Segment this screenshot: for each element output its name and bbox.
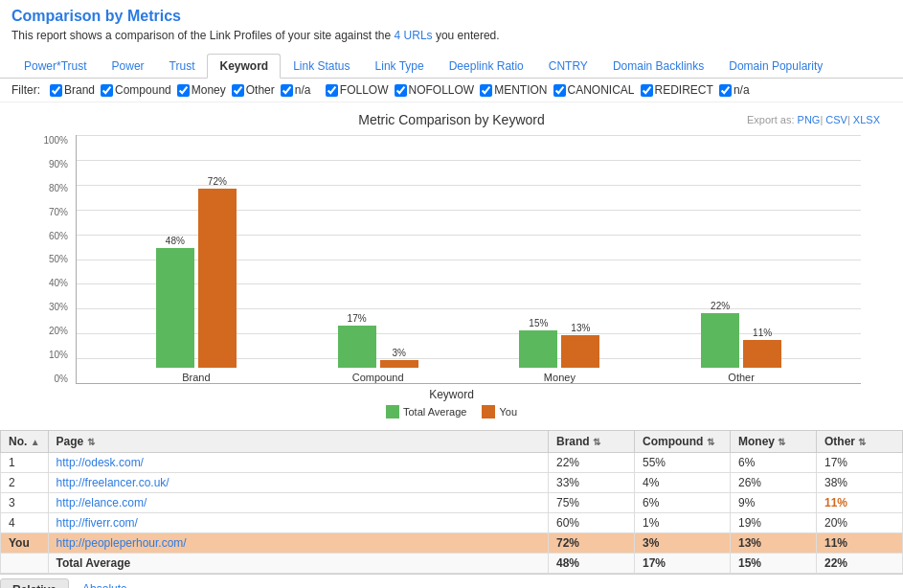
- tab-deeplink[interactable]: Deeplink Ratio: [437, 54, 536, 79]
- filter-na-keyword[interactable]: n/a: [281, 83, 311, 97]
- row3-link[interactable]: http://elance.com/: [56, 496, 147, 509]
- tab-domainbacklinks[interactable]: Domain Backlinks: [600, 54, 716, 79]
- page-title: Comparison by Metrics: [11, 8, 892, 25]
- legend-total-label: Total Average: [403, 406, 466, 418]
- chart-section: Metric Comparison by Keyword Export as: …: [0, 102, 903, 430]
- export-xlsx[interactable]: XLSX: [853, 114, 880, 125]
- tab-linkstatus[interactable]: Link Status: [281, 54, 362, 79]
- chart-export: Export as: PNG| CSV| XLSX: [666, 114, 880, 125]
- col-compound[interactable]: Compound ⇅: [635, 431, 731, 453]
- brand-bar-avg-fill: [156, 248, 194, 368]
- filter-nofollow-checkbox[interactable]: [395, 84, 407, 97]
- filter-canonical[interactable]: CANONICAL: [553, 83, 635, 97]
- bottom-tab-relative[interactable]: Relative: [0, 578, 69, 588]
- row1-link[interactable]: http://odesk.com/: [56, 456, 144, 469]
- chart-area: 100% 90% 80% 70% 60% 50% 40% 30% 20% 10%…: [76, 135, 861, 384]
- tab-linktype[interactable]: Link Type: [363, 54, 437, 79]
- filter-redirect[interactable]: REDIRECT: [641, 83, 713, 97]
- other-bar-you: 11%: [743, 328, 781, 368]
- other-bars: 22% 11%: [701, 301, 781, 368]
- filter-na-link[interactable]: n/a: [719, 83, 750, 97]
- chart-legend: Total Average You: [11, 405, 892, 418]
- compound-label: Compound: [352, 372, 404, 383]
- filter-brand-checkbox[interactable]: [50, 84, 62, 97]
- col-brand[interactable]: Brand ⇅: [549, 431, 635, 453]
- tab-keyword[interactable]: Keyword: [207, 54, 281, 79]
- chart-wrapper: 100% 90% 80% 70% 60% 50% 40% 30% 20% 10%…: [23, 135, 880, 384]
- filter-follow-checkbox[interactable]: [326, 84, 338, 97]
- legend-total-avg: Total Average: [386, 405, 466, 418]
- filter-mention[interactable]: MENTION: [480, 83, 547, 97]
- filter-compound[interactable]: Compound: [101, 83, 171, 97]
- col-no[interactable]: No. ▲: [1, 431, 49, 453]
- you-link[interactable]: http://peopleperhour.com/: [56, 536, 187, 550]
- main-tabs: Power*Trust Power Trust Keyword Link Sta…: [0, 54, 903, 79]
- filter-follow[interactable]: FOLLOW: [326, 83, 389, 97]
- col-money[interactable]: Money ⇅: [731, 431, 817, 453]
- other-bar-avg: 22%: [701, 301, 739, 368]
- brand-bar-avg: 48%: [156, 236, 194, 368]
- tab-power[interactable]: Power: [100, 54, 157, 79]
- col-other[interactable]: Other ⇅: [817, 431, 903, 453]
- other-bar-you-fill: [743, 340, 781, 368]
- money-bar-avg-fill: [519, 330, 557, 368]
- bar-groups-container: 48% 72% Brand: [77, 135, 861, 383]
- bar-group-other: 22% 11% Other: [701, 301, 781, 383]
- other-label: Other: [728, 372, 755, 383]
- export-csv[interactable]: CSV: [825, 114, 847, 125]
- bottom-tab-absolute[interactable]: Absolute: [71, 578, 139, 588]
- y-axis: 100% 90% 80% 70% 60% 50% 40% 30% 20% 10%…: [26, 135, 68, 384]
- compound-bar-you: 3%: [380, 348, 418, 368]
- table-row: 2 http://freelancer.co.uk/ 33% 4% 26% 38…: [1, 473, 903, 493]
- money-bar-avg: 15%: [519, 318, 557, 368]
- other-bar-avg-fill: [701, 313, 739, 368]
- filter-na-keyword-checkbox[interactable]: [281, 84, 293, 97]
- bar-group-compound: 17% 3% Compound: [338, 313, 418, 383]
- filter-money-checkbox[interactable]: [177, 84, 190, 97]
- filter-other-checkbox[interactable]: [232, 84, 244, 97]
- filter-bar: Filter: Brand Compound Money Other n/a F…: [0, 79, 903, 102]
- row4-link[interactable]: http://fiverr.com/: [56, 516, 138, 530]
- table-header-row: No. ▲ Page ⇅ Brand ⇅ Compound ⇅ Money ⇅ …: [1, 431, 903, 453]
- tab-cntry[interactable]: CNTRY: [536, 54, 600, 79]
- table-row: 4 http://fiverr.com/ 60% 1% 19% 20%: [1, 513, 903, 533]
- money-bars: 15% 13%: [519, 318, 599, 368]
- brand-bar-you: 72%: [198, 176, 237, 368]
- brand-bar-you-fill: [198, 189, 237, 368]
- page-header: Comparison by Metrics This report shows …: [0, 0, 903, 54]
- urls-link[interactable]: 4 URLs: [395, 29, 433, 42]
- legend-green-box: [386, 405, 399, 418]
- filter-na-link-checkbox[interactable]: [719, 84, 732, 97]
- bar-group-money: 15% 13% Money: [519, 318, 599, 383]
- filter-money[interactable]: Money: [177, 83, 226, 97]
- bottom-tabs: Relative Absolute: [0, 574, 903, 588]
- compound-bar-avg: 17%: [338, 313, 376, 368]
- page-description: This report shows a comparison of the Li…: [11, 29, 892, 42]
- filter-label: Filter:: [11, 83, 40, 97]
- legend-you-label: You: [499, 406, 517, 418]
- tab-powerxtrust[interactable]: Power*Trust: [11, 54, 100, 79]
- data-table: No. ▲ Page ⇅ Brand ⇅ Compound ⇅ Money ⇅ …: [0, 430, 903, 574]
- filter-brand[interactable]: Brand: [50, 83, 95, 97]
- filter-mention-checkbox[interactable]: [480, 84, 492, 97]
- filter-redirect-checkbox[interactable]: [641, 84, 653, 97]
- legend-you: You: [482, 405, 517, 418]
- row2-link[interactable]: http://freelancer.co.uk/: [56, 476, 169, 489]
- export-png[interactable]: PNG: [798, 114, 821, 125]
- table-row-you: You http://peopleperhour.com/ 72% 3% 13%…: [1, 533, 903, 554]
- table-row: 3 http://elance.com/ 75% 6% 9% 11%: [1, 493, 903, 513]
- tab-trust[interactable]: Trust: [157, 54, 208, 79]
- filter-nofollow[interactable]: NOFOLLOW: [395, 83, 475, 97]
- filter-compound-checkbox[interactable]: [101, 84, 113, 97]
- chart-title: Metric Comparison by Keyword: [237, 112, 666, 127]
- brand-bars: 48% 72%: [156, 176, 237, 368]
- compound-bar-avg-fill: [338, 326, 376, 368]
- tab-domainpopularity[interactable]: Domain Popularity: [716, 54, 835, 79]
- chart-border: 48% 72% Brand: [76, 135, 861, 384]
- brand-label: Brand: [182, 372, 210, 383]
- col-page[interactable]: Page ⇅: [48, 431, 548, 453]
- money-label: Money: [544, 372, 576, 383]
- filter-other[interactable]: Other: [232, 83, 275, 97]
- filter-canonical-checkbox[interactable]: [553, 84, 566, 97]
- money-bar-you: 13%: [561, 323, 599, 368]
